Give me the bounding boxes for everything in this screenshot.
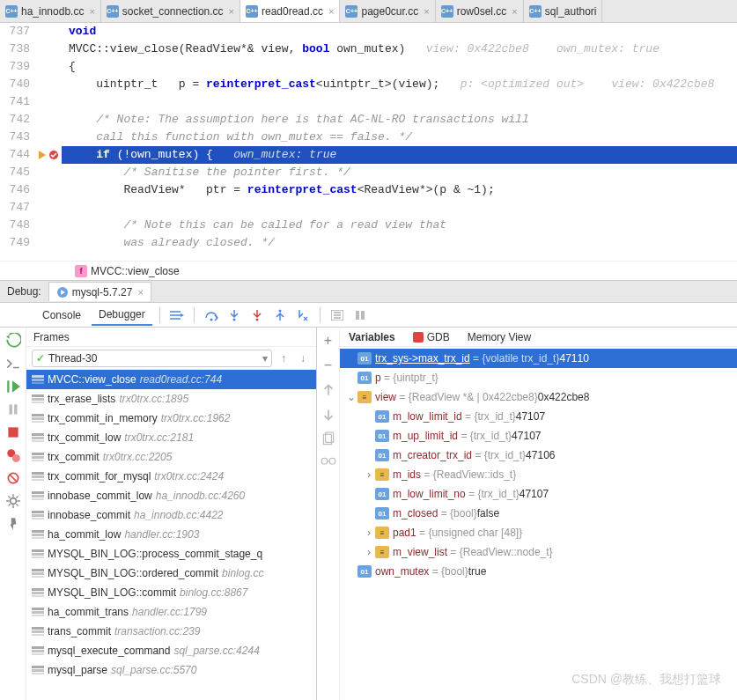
variable-row[interactable]: ›≡pad1 = {unsigned char [48]} (340, 523, 737, 542)
tab-console[interactable]: Console (35, 306, 88, 325)
frame-row[interactable]: innobase_commit ha_innodb.cc:4422 (26, 505, 316, 525)
close-icon[interactable]: × (137, 287, 143, 298)
settings-icon[interactable] (350, 306, 370, 325)
stop-icon[interactable] (5, 424, 21, 440)
add-watch-icon[interactable]: + (321, 333, 336, 349)
variable-row[interactable]: 01m_low_limit_id = {trx_id_t} 47107 (340, 407, 737, 426)
resume-icon[interactable] (5, 379, 21, 394)
expander-icon[interactable]: › (363, 468, 375, 481)
next-frame-icon[interactable]: ↓ (295, 350, 311, 366)
force-step-into-icon[interactable] (247, 306, 267, 325)
frame-row[interactable]: ha_commit_trans handler.cc:1799 (26, 602, 316, 622)
tab-debugger[interactable]: Debugger (92, 305, 152, 326)
code-line[interactable]: MVCC::view_close(ReadView*& view, bool o… (62, 41, 737, 58)
step-over-icon[interactable] (202, 306, 221, 325)
expander-icon[interactable]: ⌄ (345, 391, 357, 403)
frame-row[interactable]: mysql_parse sql_parse.cc:5570 (26, 660, 316, 680)
file-tab[interactable]: C++socket_connection.cc× (101, 0, 240, 22)
close-icon[interactable]: × (512, 6, 517, 17)
down-icon[interactable] (321, 407, 336, 423)
variables-tree[interactable]: 01trx_sys->max_trx_id = {volatile trx_id… (340, 347, 737, 700)
code-line[interactable]: /* Note: The assumption here is that AC-… (62, 111, 737, 129)
run-to-cursor-icon[interactable] (293, 306, 313, 325)
svg-rect-31 (32, 460, 44, 461)
pin-icon[interactable] (5, 516, 21, 532)
variable-row[interactable]: 01m_up_limit_id = {trx_id_t} 47107 (340, 426, 737, 446)
glasses-icon[interactable] (321, 456, 336, 472)
frame-row[interactable]: trx_erase_lists trx0trx.cc:1895 (26, 389, 316, 409)
svg-rect-9 (7, 380, 9, 393)
tab-memory[interactable]: Memory View (459, 331, 540, 343)
close-icon[interactable]: × (229, 6, 234, 17)
frame-row[interactable]: trx_commit_in_memory trx0trx.cc:1962 (26, 409, 316, 428)
mute-breakpoints-icon[interactable] (5, 470, 21, 486)
file-tab[interactable]: C++row0sel.cc× (436, 0, 524, 22)
code-editor[interactable]: 737738739740741742743744745746747748749 … (0, 23, 737, 261)
tab-gdb[interactable]: GDB (404, 331, 459, 343)
frame-row[interactable]: trans_commit transaction.cc:239 (26, 622, 316, 641)
step-into-icon[interactable] (225, 306, 244, 325)
settings-gear-icon[interactable] (5, 493, 21, 509)
debug-session-tab[interactable]: mysql-5.7.27 × (48, 282, 151, 301)
variable-row[interactable]: 01trx_sys->max_trx_id = {volatile trx_id… (340, 349, 737, 368)
code-line[interactable]: { (62, 58, 737, 76)
up-icon[interactable] (321, 382, 336, 398)
tab-variables[interactable]: Variables (340, 331, 404, 343)
variable-row[interactable]: 01m_low_limit_no = {trx_id_t} 47107 (340, 484, 737, 504)
file-tab[interactable]: C++ha_innodb.cc× (0, 0, 101, 22)
frame-row[interactable]: trx_commit_low trx0trx.cc:2181 (26, 428, 316, 447)
code-line[interactable] (62, 199, 737, 217)
frame-row[interactable]: MYSQL_BIN_LOG::process_commit_stage_q (26, 544, 316, 564)
frame-row[interactable]: MVCC::view_close read0read.cc:744 (26, 370, 316, 389)
code-line[interactable]: /* Sanitise the pointer first. */ (62, 164, 737, 181)
pause-icon[interactable] (5, 402, 21, 417)
code-line[interactable]: if (!own_mutex) { own_mutex: true (62, 146, 737, 164)
frame-row[interactable]: trx_commit_for_mysql trx0trx.cc:2424 (26, 467, 316, 486)
step-out-icon[interactable] (270, 306, 290, 325)
variable-row[interactable]: ›≡m_view_list = {ReadView::node_t} (340, 542, 737, 562)
debug-session-name: mysql-5.7.27 (72, 286, 133, 298)
show-exec-icon[interactable] (167, 306, 187, 325)
breakpoint-icon[interactable] (48, 150, 59, 160)
frame-row[interactable]: innobase_commit_low ha_innodb.cc:4260 (26, 486, 316, 505)
code-line[interactable]: was already closed. */ (62, 234, 737, 252)
chevron-down-icon: ▾ (262, 352, 268, 365)
code-line[interactable]: ReadView* ptr = reinterpret_cast<ReadVie… (62, 181, 737, 199)
frame-row[interactable]: ha_commit_low handler.cc:1903 (26, 525, 316, 544)
file-tab[interactable]: C++sql_authori (524, 0, 603, 22)
configure-icon[interactable] (5, 356, 21, 372)
variable-row[interactable]: 01m_creator_trx_id = {trx_id_t} 47106 (340, 446, 737, 465)
frame-row[interactable]: MYSQL_BIN_LOG::ordered_commit binlog.cc (26, 564, 316, 583)
close-icon[interactable]: × (328, 6, 334, 17)
code-line[interactable]: call this function with own_mutex == fal… (62, 129, 737, 146)
frame-list[interactable]: MVCC::view_close read0read.cc:744trx_era… (26, 370, 316, 700)
file-tab[interactable]: C++read0read.cc× (240, 0, 340, 22)
close-icon[interactable]: × (89, 6, 94, 17)
remove-watch-icon[interactable]: − (321, 357, 336, 373)
code-line[interactable] (62, 93, 737, 111)
prev-frame-icon[interactable]: ↑ (276, 350, 291, 366)
file-tab[interactable]: C++page0cur.cc× (340, 0, 435, 22)
code-area[interactable]: voidMVCC::view_close(ReadView*& view, bo… (62, 23, 737, 261)
code-line[interactable]: /* Note this can be called for a read vi… (62, 217, 737, 234)
thread-selector[interactable]: ✓ Thread-30 ▾ (32, 350, 272, 367)
close-icon[interactable]: × (424, 6, 429, 17)
rerun-icon[interactable] (5, 333, 21, 349)
code-line[interactable]: uintptr_t p = reinterpret_cast<uintptr_t… (62, 76, 737, 93)
expander-icon[interactable]: › (363, 527, 375, 539)
frame-row[interactable]: trx_commit trx0trx.cc:2205 (26, 447, 316, 467)
variable-row[interactable]: 01p = {uintptr_t} (340, 368, 737, 387)
copy-icon[interactable] (321, 431, 336, 447)
variable-row[interactable]: ⌄≡view = {ReadView *& | 0x422cbe8} 0x422… (340, 387, 737, 407)
evaluate-icon[interactable] (328, 306, 347, 325)
frame-row[interactable]: mysql_execute_command sql_parse.cc:4244 (26, 641, 316, 660)
view-breakpoints-icon[interactable] (5, 447, 21, 463)
frame-row[interactable]: MYSQL_BIN_LOG::commit binlog.cc:8867 (26, 583, 316, 602)
variable-row[interactable]: ›≡m_ids = {ReadView::ids_t} (340, 465, 737, 484)
variable-row[interactable]: 01own_mutex = {bool} true (340, 562, 737, 581)
code-line[interactable]: void (62, 23, 737, 41)
expander-icon[interactable]: › (363, 546, 375, 558)
debug-body: Frames ✓ Thread-30 ▾ ↑ ↓ MVCC::view_clos… (0, 328, 737, 700)
variable-row[interactable]: 01m_closed = {bool} false (340, 504, 737, 523)
svg-rect-54 (32, 611, 44, 614)
